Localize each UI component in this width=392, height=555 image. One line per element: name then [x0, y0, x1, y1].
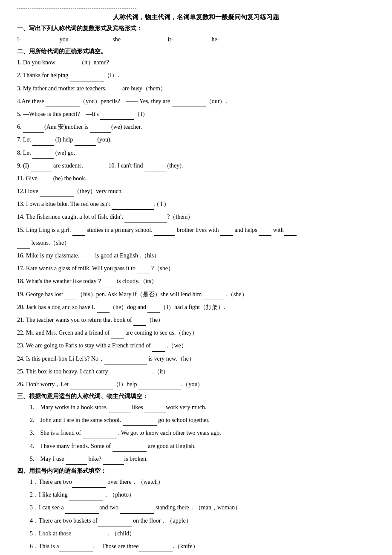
s4-item-5: 5．Look at those ．（child）	[30, 528, 375, 539]
s2-item-11: 11. Give (he) the book..	[17, 173, 375, 184]
s2-item-18: 18. What's the weather like today？ is cl…	[17, 276, 375, 287]
s2-item-24: 24. Is this pencil-box Li Lei's? No， is …	[17, 353, 375, 364]
blank	[17, 237, 30, 249]
s2-item-6: 6. (Ann 安)mother is (we) teacher.	[17, 121, 375, 133]
blank	[90, 121, 111, 133]
s3-item-1: 1. Mary works in a book store. likes wor…	[30, 402, 375, 413]
blank	[100, 109, 134, 120]
blank	[220, 225, 233, 236]
blank	[173, 34, 186, 45]
s4-item-1: 1．There are two over there．（watch）	[30, 477, 375, 488]
blank	[121, 34, 142, 45]
s2-item-25: 25. This box is too heavy. I can't carry…	[17, 366, 375, 377]
blank	[83, 428, 117, 439]
blank	[138, 379, 181, 390]
blank	[98, 515, 132, 526]
blank	[70, 70, 104, 81]
blank	[110, 366, 152, 377]
s3-item-4: 4. I have many friends. Some of are good…	[30, 441, 375, 452]
blank	[112, 199, 154, 210]
s3-item-2: 2. John and I are in the same school. go…	[30, 415, 375, 426]
blank	[109, 402, 130, 413]
blank	[35, 34, 57, 45]
blank	[123, 415, 157, 426]
s2-item-4: 4.Are these （you）pencils? —— Yes, they a…	[17, 96, 375, 107]
blank	[23, 121, 44, 133]
s2-item-3: 3. My father and mother are teachers. ar…	[17, 83, 375, 94]
s2-item-23: 23. We are going to Paris to stay with a…	[17, 340, 375, 351]
s2-item-2: 2. Thanks for helping （I）.	[17, 70, 375, 81]
blank	[72, 477, 106, 488]
blank	[69, 489, 103, 500]
blank	[69, 34, 111, 45]
blank	[32, 147, 54, 159]
blank	[65, 502, 99, 513]
blank	[152, 340, 165, 351]
blank	[39, 173, 52, 184]
blank	[72, 225, 85, 236]
s3-item-5: 5. May I use bike? is broken.	[30, 454, 375, 465]
s2-item-16: 16. Mike is my classmate. is good at Eng…	[17, 250, 375, 261]
blank	[259, 225, 271, 236]
s2-item-14: 14. The fishermen caught a lot of fish, …	[17, 211, 375, 223]
s2-item-26: 26. Don't worry，Let （I）help .（you）	[17, 379, 375, 390]
blank	[187, 34, 208, 45]
blank	[137, 263, 150, 274]
blank	[59, 541, 93, 552]
blank	[144, 160, 166, 171]
s2-item-15b: lessons.（she）	[17, 237, 375, 249]
blank	[103, 454, 124, 465]
s4-item-4: 4．There are two baskets of on the floor．…	[30, 515, 375, 526]
s2-item-22: 22. Mr. and Mrs. Green and a friend of a…	[17, 327, 375, 338]
blank	[124, 211, 167, 223]
blank	[31, 160, 52, 171]
blank	[57, 57, 78, 68]
blank	[64, 289, 77, 300]
blank	[154, 225, 175, 236]
s2-item-12: 12.I love （they）very much.	[17, 186, 375, 197]
s2-item-9: 9. (I) are students. 10. I can't find (t…	[17, 160, 375, 171]
blank	[111, 327, 124, 338]
blank	[81, 250, 94, 261]
blank	[71, 528, 105, 539]
blank	[133, 315, 146, 326]
section2-header: 二、用所给代词的正确形式填空。	[17, 48, 375, 55]
blank	[46, 96, 80, 107]
s2-item-19: 19. George has lost （his）pen. Ask Mary i…	[17, 289, 375, 300]
blank	[40, 186, 74, 197]
page-title: 人称代词，物主代词，名词单复数和一般疑问句复习练习题	[17, 13, 375, 21]
blank	[21, 34, 34, 45]
blank	[147, 302, 160, 313]
blank	[70, 379, 113, 390]
section3-header: 三、根据句意用适当的人称代词、物主代词填空：	[17, 393, 375, 400]
s2-item-5: 5. —Whose is this pencil? —It's （I）	[17, 109, 375, 120]
s2-item-13: 13. I own a blue bike. The red one isn't…	[17, 199, 375, 210]
s3-item-3: 3. She is a friend of . We got to know e…	[30, 428, 375, 439]
blank	[104, 353, 147, 364]
blank	[75, 134, 96, 145]
s2-item-20: 20. Jack has a dog and so have I. （he）do…	[17, 302, 375, 313]
blank	[144, 402, 166, 413]
s4-item-3: 3．I can see a and two standing there．（ma…	[30, 502, 375, 513]
s2-item-15: 15. Ling Ling is a girl. studies in a pr…	[17, 225, 375, 236]
blank	[284, 225, 297, 236]
s2-item-17: 17. Kate wants a glass of milk. Will you…	[17, 263, 375, 274]
section1-header: 一、写出下列人称代词的复数形式及宾格形式：	[17, 25, 375, 32]
s4-item-2: 2．I like taking ．（photo）	[30, 489, 375, 500]
blank	[144, 34, 165, 45]
blank	[103, 276, 115, 287]
blank	[203, 289, 225, 300]
blank	[32, 134, 54, 145]
blank	[138, 541, 173, 552]
blank	[172, 96, 206, 107]
s2-item-1: 1. Do you know （it）name?	[17, 57, 375, 68]
blank	[108, 83, 121, 94]
s2-item-7: 7. Let (I) help (you).	[17, 134, 375, 145]
blank	[66, 454, 87, 465]
section4-header: 四、用括号内词的适当形式填空：	[17, 467, 375, 475]
blank	[112, 441, 147, 452]
s2-item-8: 8. Let (we) go.	[17, 147, 375, 159]
s4-item-6: 6．This is a . Those are three .（knife）	[30, 541, 375, 552]
blank	[120, 502, 154, 513]
blank	[219, 34, 232, 45]
